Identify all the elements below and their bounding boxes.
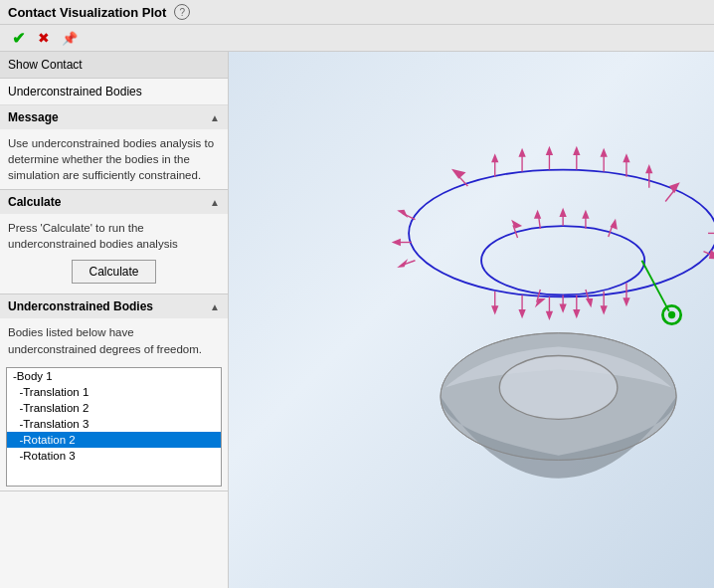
svg-point-6: [409, 170, 714, 297]
pin-button[interactable]: 📌: [60, 28, 80, 48]
list-item-selected[interactable]: -Rotation 2: [7, 432, 221, 448]
cancel-button[interactable]: ✖: [34, 28, 54, 48]
svg-marker-51: [582, 210, 589, 219]
underconstrained-top-label: Underconstrained Bodies: [0, 79, 228, 105]
calculate-description: Press 'Calculate' to run the underconstr…: [8, 222, 178, 250]
underconstrained-section-title: Underconstrained Bodies: [8, 299, 153, 313]
calculate-section-content: Press 'Calculate' to run the underconstr…: [0, 214, 228, 294]
underconstrained-section: Underconstrained Bodies ▲ Bodies listed …: [0, 294, 228, 490]
toolbar: ✔ ✖ 📌: [0, 25, 714, 52]
list-item[interactable]: -Body 1: [7, 368, 221, 384]
underconstrained-section-content: Bodies listed below have underconstraine…: [0, 318, 228, 362]
svg-point-5: [668, 311, 675, 318]
list-item[interactable]: -Rotation 3: [7, 448, 221, 464]
panel-header: Contact Visualization Plot ?: [0, 0, 714, 25]
svg-marker-19: [623, 153, 629, 162]
svg-marker-47: [623, 297, 629, 306]
visualization-panel: [229, 52, 714, 588]
svg-marker-49: [559, 208, 566, 217]
calculate-chevron-icon: ▲: [210, 197, 220, 208]
main-content: Show Contact Underconstrained Bodies Mes…: [0, 52, 714, 588]
svg-marker-21: [645, 164, 652, 173]
calculate-section-header[interactable]: Calculate ▲: [0, 190, 228, 214]
svg-marker-55: [534, 210, 541, 219]
svg-marker-25: [451, 169, 466, 179]
svg-marker-27: [397, 210, 408, 218]
svg-marker-9: [491, 153, 498, 162]
underconstrained-section-header[interactable]: Underconstrained Bodies ▲: [0, 294, 228, 318]
svg-marker-59: [559, 304, 566, 313]
message-section: Message ▲ Use underconstrained bodies an…: [0, 105, 228, 190]
svg-marker-43: [573, 309, 580, 318]
resize-handle[interactable]: [223, 52, 228, 588]
svg-marker-45: [601, 305, 608, 314]
calculate-section: Calculate ▲ Press 'Calculate' to run the…: [0, 190, 228, 294]
svg-marker-17: [601, 148, 608, 157]
underconstrained-chevron-icon: ▲: [210, 301, 220, 312]
calculate-section-title: Calculate: [8, 195, 61, 209]
svg-marker-63: [535, 298, 546, 307]
svg-marker-13: [546, 146, 553, 155]
message-section-title: Message: [8, 110, 59, 124]
svg-marker-61: [586, 298, 593, 307]
message-section-content: Use underconstrained bodies analysis to …: [0, 129, 228, 189]
svg-line-64: [641, 261, 668, 311]
calculate-button[interactable]: Calculate: [72, 260, 155, 284]
svg-marker-15: [573, 146, 580, 155]
visualization-svg: [229, 52, 714, 588]
show-contact-tab[interactable]: Show Contact: [0, 52, 228, 79]
svg-marker-29: [392, 239, 401, 246]
list-item[interactable]: -Translation 2: [7, 400, 221, 416]
svg-marker-39: [518, 309, 525, 318]
confirm-button[interactable]: ✔: [8, 28, 28, 48]
message-chevron-icon: ▲: [210, 112, 220, 123]
list-item[interactable]: -Translation 1: [7, 384, 221, 400]
body-list: -Body 1 -Translation 1 -Translation 2 -T…: [6, 367, 222, 487]
svg-marker-57: [511, 220, 522, 229]
panel-title: Contact Visualization Plot: [8, 5, 166, 20]
underconstrained-description: Bodies listed below have underconstraine…: [8, 326, 202, 354]
svg-point-7: [481, 226, 644, 294]
message-text: Use underconstrained bodies analysis to …: [8, 137, 214, 181]
list-item[interactable]: -Translation 3: [7, 416, 221, 432]
svg-marker-37: [491, 305, 498, 314]
help-button[interactable]: ?: [174, 4, 190, 20]
svg-marker-41: [546, 311, 553, 320]
message-section-header[interactable]: Message ▲: [0, 105, 228, 129]
left-panel: Show Contact Underconstrained Bodies Mes…: [0, 52, 229, 588]
svg-marker-11: [518, 148, 525, 157]
